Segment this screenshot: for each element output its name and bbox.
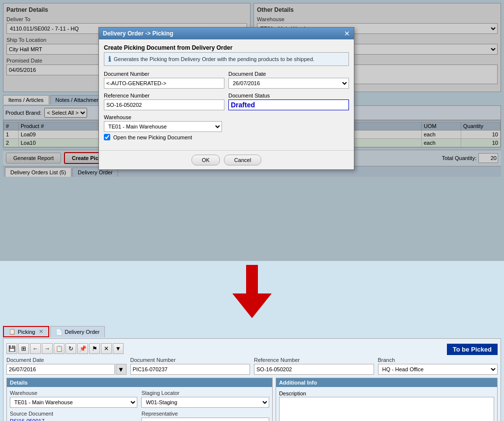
picking-ref-number-input[interactable]	[254, 364, 374, 375]
picking-tab-close[interactable]: ✕	[39, 328, 43, 335]
doc-status-input[interactable]	[228, 99, 349, 110]
picking-doc-date-input[interactable]	[6, 364, 115, 375]
red-arrow	[0, 261, 504, 323]
doc-date-select[interactable]: 26/07/2016	[228, 78, 349, 89]
picking-tab-picking[interactable]: 📋 Picking ✕	[3, 326, 49, 337]
details-panel-title: Details	[7, 378, 272, 387]
ref-number-input[interactable]	[104, 99, 224, 110]
staging-locator-select[interactable]: W01-Staging	[141, 397, 269, 408]
representative-label: Representative	[141, 411, 269, 417]
delivery-order-tab-icon: 📄	[56, 329, 63, 335]
source-doc-link[interactable]: PSI16-050017	[10, 418, 44, 421]
modal-warehouse-select[interactable]: TE01 - Main Warehouse	[104, 121, 222, 132]
modal-warehouse-label: Warehouse	[104, 114, 222, 120]
copy-icon[interactable]: 📋	[54, 343, 64, 354]
picking-tab-icon: 📋	[9, 328, 16, 335]
picking-ref-number-label: Reference Number	[254, 357, 374, 363]
picking-doc-number-label: Document Number	[130, 357, 251, 363]
picking-doc-date-label: Document Date	[6, 357, 126, 363]
additional-info-title: Additional Info	[276, 378, 497, 387]
back-icon[interactable]: ←	[30, 343, 41, 354]
modal-info-text: Generates the Picking from Delivery Orde…	[114, 56, 315, 62]
doc-status-label: Document Status	[228, 93, 349, 98]
detail-warehouse-select[interactable]: TE01 - Main Warehouse	[10, 397, 137, 408]
forward-icon[interactable]: →	[42, 343, 53, 354]
detail-warehouse-label: Warehouse	[10, 390, 137, 396]
date-picker-btn[interactable]: ▼	[116, 364, 126, 375]
info-icon: ℹ	[108, 55, 111, 63]
flag-icon[interactable]: ⚑	[89, 343, 100, 354]
svg-marker-1	[232, 293, 272, 318]
open-picking-label: Open the new Picking Document	[113, 134, 192, 140]
export-icon[interactable]: ✕	[101, 343, 112, 354]
doc-number-label: Document Number	[104, 71, 224, 77]
branch-select[interactable]: HQ - Head Office	[378, 364, 498, 375]
paste-icon[interactable]: 📌	[77, 343, 88, 354]
modal-ok-button[interactable]: OK	[191, 155, 220, 165]
status-badge: To be Picked	[447, 344, 498, 355]
doc-number-input[interactable]	[104, 78, 224, 89]
source-doc-label: Source Document	[10, 411, 137, 417]
create-picking-modal: Delivery Order -> Picking ✕ Create Picki…	[98, 27, 354, 170]
branch-label: Branch	[378, 357, 498, 363]
picking-doc-number-input[interactable]	[130, 364, 251, 375]
staging-locator-label: Staging Locator	[141, 390, 269, 396]
open-picking-checkbox[interactable]	[104, 134, 110, 140]
modal-cancel-button[interactable]: Cancel	[224, 155, 261, 165]
modal-subtitle: Create Picking Document from Delivery Or…	[104, 44, 349, 51]
picking-tab-delivery-order[interactable]: 📄 Delivery Order	[50, 326, 105, 337]
grid-icon[interactable]: ⊞	[18, 343, 29, 354]
modal-title: Delivery Order -> Picking	[103, 30, 173, 37]
additional-description-textarea[interactable]	[279, 397, 494, 421]
doc-date-label: Document Date	[228, 71, 349, 77]
more-icon[interactable]: ▼	[113, 343, 124, 354]
picking-tab-label: Picking	[18, 329, 35, 335]
representative-select[interactable]	[141, 418, 269, 421]
refresh-icon[interactable]: ↻	[65, 343, 76, 354]
ref-number-label: Reference Number	[104, 93, 224, 98]
delivery-order-tab-label: Delivery Order	[64, 329, 99, 335]
svg-rect-0	[246, 265, 258, 294]
modal-close-button[interactable]: ✕	[344, 30, 350, 37]
additional-description-label: Description	[279, 390, 306, 396]
save-icon[interactable]: 💾	[6, 343, 17, 354]
